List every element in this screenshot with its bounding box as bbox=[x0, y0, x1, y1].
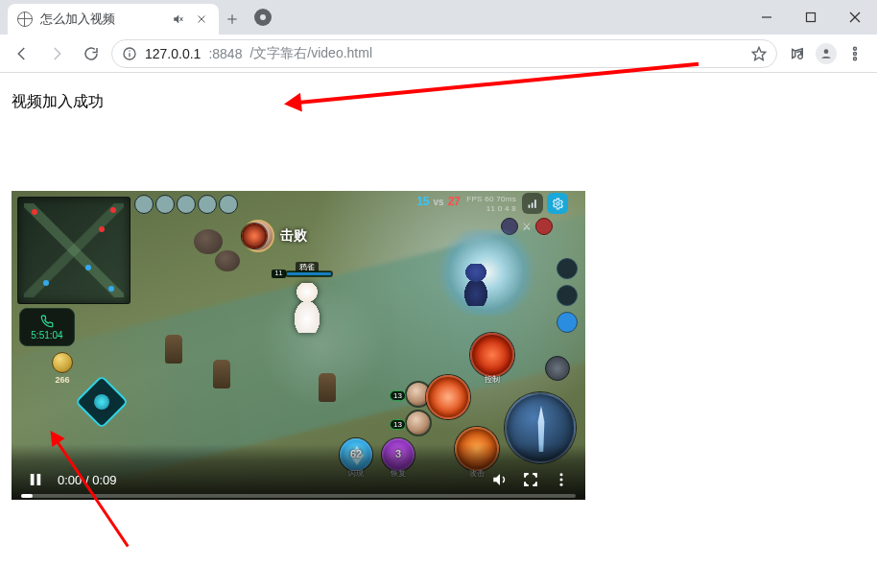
hud-fps-ping: FPS 60 70ms bbox=[466, 195, 516, 203]
skill-3-button bbox=[470, 333, 514, 377]
url-port: :8848 bbox=[208, 46, 242, 61]
fullscreen-button[interactable] bbox=[522, 471, 539, 488]
svg-point-17 bbox=[854, 57, 857, 59]
new-tab-button[interactable] bbox=[219, 4, 246, 35]
chat-icon bbox=[557, 312, 578, 333]
gold-indicator: 266 bbox=[48, 352, 77, 385]
profile-avatar-icon[interactable] bbox=[816, 43, 837, 64]
svg-point-23 bbox=[560, 483, 563, 486]
seek-bar[interactable] bbox=[21, 494, 576, 498]
svg-point-22 bbox=[560, 479, 563, 482]
bookmark-star-icon[interactable] bbox=[751, 46, 767, 61]
settings-gear-icon bbox=[547, 193, 568, 214]
browser-menu-button[interactable] bbox=[841, 39, 869, 68]
video-player[interactable]: 5:51:04 266 15 vs 27 FPS 60 70ms 11 0 4 … bbox=[12, 191, 585, 500]
self-level: 11 bbox=[272, 270, 286, 278]
teammate-level: 13 bbox=[390, 390, 406, 401]
media-control-icon[interactable] bbox=[783, 39, 812, 68]
browser-titlebar: 怎么加入视频 bbox=[0, 0, 877, 35]
player-character bbox=[288, 283, 326, 333]
duration: 0:09 bbox=[92, 473, 116, 487]
tab-title: 怎么加入视频 bbox=[40, 12, 163, 28]
score-red: 27 bbox=[448, 195, 461, 208]
svg-point-15 bbox=[854, 47, 857, 50]
call-timer: 5:51:04 bbox=[19, 308, 75, 346]
window-maximize-button[interactable] bbox=[789, 0, 833, 35]
ping-icon bbox=[557, 285, 578, 306]
target-label: 击败 bbox=[280, 227, 307, 245]
volume-button[interactable] bbox=[491, 471, 509, 488]
tab-close-icon[interactable] bbox=[194, 12, 209, 27]
svg-rect-19 bbox=[31, 474, 35, 485]
jungle-monster bbox=[194, 229, 223, 254]
ally-hero-icons bbox=[134, 195, 238, 214]
svg-rect-7 bbox=[807, 13, 816, 22]
recall-button bbox=[545, 356, 570, 381]
url-path: /文字靠右/video.html bbox=[249, 45, 372, 62]
hud-kda: 11 0 4 8 bbox=[486, 204, 516, 213]
svg-point-21 bbox=[560, 473, 563, 476]
target-skill-icon bbox=[242, 223, 267, 248]
teammate-portrait: 13 bbox=[405, 410, 432, 436]
play-pause-button[interactable] bbox=[27, 471, 44, 488]
skill-2-button bbox=[426, 375, 470, 419]
svg-marker-13 bbox=[752, 47, 765, 59]
browser-tab[interactable]: 怎么加入视频 bbox=[8, 4, 219, 35]
url-host: 127.0.0.1 bbox=[145, 46, 201, 61]
score-blue: 15 bbox=[416, 195, 429, 208]
svg-point-16 bbox=[854, 52, 857, 55]
video-menu-button[interactable] bbox=[553, 471, 570, 488]
nav-reload-button[interactable] bbox=[77, 39, 106, 68]
globe-icon bbox=[17, 12, 33, 27]
svg-point-12 bbox=[129, 50, 130, 51]
jungle-monster bbox=[215, 250, 240, 271]
score-vs: vs bbox=[434, 197, 444, 207]
audio-muted-icon[interactable] bbox=[171, 12, 186, 27]
window-close-button[interactable] bbox=[833, 0, 877, 35]
window-minimize-button[interactable] bbox=[745, 0, 789, 35]
video-controls: 0:00 / 0:09 bbox=[12, 444, 585, 500]
svg-point-14 bbox=[824, 49, 829, 54]
svg-point-18 bbox=[556, 201, 558, 204]
skill-3-label: 控制 bbox=[470, 374, 514, 385]
phone-icon bbox=[40, 315, 54, 328]
nav-back-button[interactable] bbox=[8, 39, 36, 68]
profile-indicator-icon[interactable] bbox=[246, 0, 280, 35]
window-controls bbox=[745, 0, 877, 35]
browser-toolbar: 127.0.0.1:8848/文字靠右/video.html bbox=[0, 35, 877, 73]
enemy-character bbox=[459, 264, 493, 306]
self-hp-bar bbox=[286, 271, 332, 276]
timer-value: 5:51:04 bbox=[31, 330, 62, 341]
coin-icon bbox=[52, 352, 73, 373]
game-minimap bbox=[17, 197, 130, 304]
gold-value: 266 bbox=[55, 375, 69, 385]
nav-forward-button[interactable] bbox=[42, 39, 71, 68]
scoreboard: 15 vs 27 bbox=[416, 195, 461, 208]
page-content: 视频加入成功 5:51:04 266 bbox=[0, 73, 877, 131]
success-message: 视频加入成功 bbox=[12, 92, 865, 112]
site-info-icon[interactable] bbox=[122, 46, 137, 61]
svg-rect-20 bbox=[37, 474, 41, 485]
target-indicator: 击败 bbox=[242, 220, 307, 252]
teammate-level: 13 bbox=[390, 419, 406, 430]
signal-icon bbox=[522, 193, 543, 214]
quick-chat-icon bbox=[557, 258, 578, 279]
